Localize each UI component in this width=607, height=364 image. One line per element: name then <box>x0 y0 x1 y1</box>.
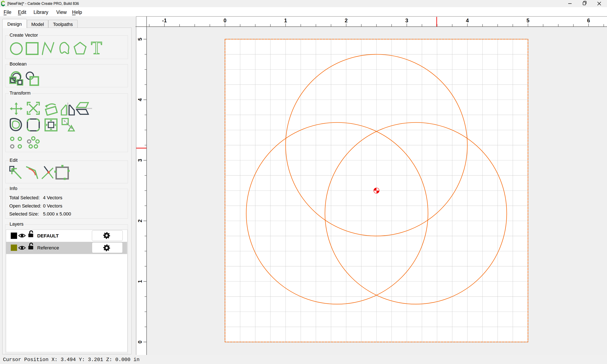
svg-text:4: 4 <box>137 98 143 101</box>
svg-text:4: 4 <box>466 17 469 23</box>
svg-text:3: 3 <box>405 17 408 23</box>
svg-text:5: 5 <box>527 17 529 23</box>
svg-text:2: 2 <box>137 220 143 222</box>
svg-text:-1: -1 <box>162 17 167 23</box>
svg-text:1: 1 <box>137 280 143 283</box>
svg-text:1: 1 <box>284 17 287 23</box>
svg-text:5: 5 <box>137 38 143 41</box>
svg-text:2: 2 <box>345 17 348 23</box>
svg-text:6: 6 <box>587 17 590 23</box>
svg-text:3: 3 <box>137 159 143 162</box>
svg-text:0: 0 <box>137 341 143 344</box>
svg-text:0: 0 <box>224 17 226 23</box>
